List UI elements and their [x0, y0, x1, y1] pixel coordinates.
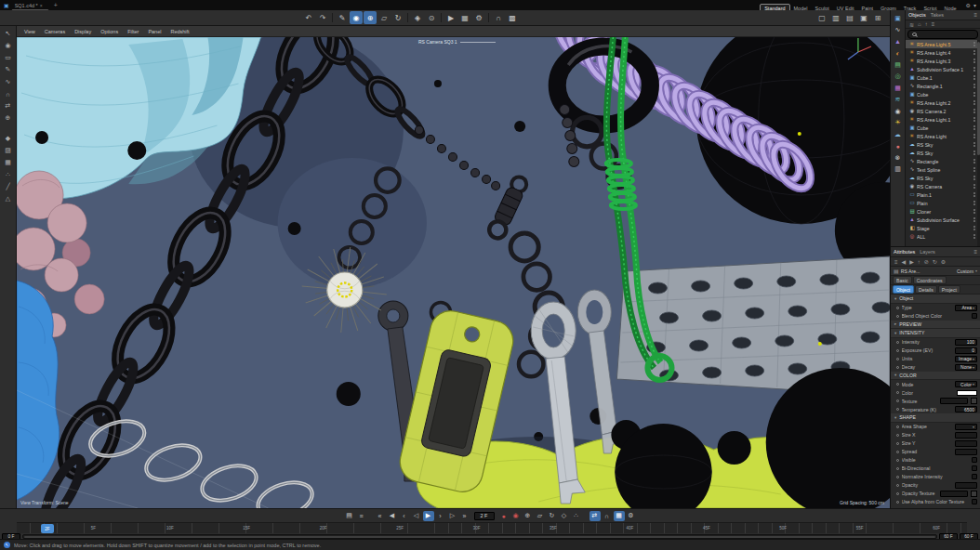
visibility-dots[interactable] — [973, 184, 975, 189]
visibility-dots[interactable] — [973, 117, 975, 122]
object-row[interactable]: ☁RS Sky — [906, 174, 980, 182]
use-alpha-from-color-texture-checkbox[interactable] — [972, 499, 977, 504]
visibility-dots[interactable] — [973, 142, 975, 147]
select-arrow-icon[interactable]: ↖ — [2, 28, 14, 39]
object-row[interactable]: ☀RS Area Light.4 — [906, 48, 980, 57]
visibility-dot[interactable] — [973, 217, 975, 219]
object-row[interactable]: ▲Subdivision Surface — [906, 216, 980, 224]
visibility-dot[interactable] — [973, 100, 975, 102]
mirror-tool-icon[interactable]: ⇄ — [2, 100, 14, 111]
visible-checkbox[interactable] — [972, 457, 977, 463]
viewport-menu-options[interactable]: Options — [100, 29, 118, 34]
visibility-dot[interactable] — [973, 153, 975, 155]
rectangle-select-icon[interactable]: ▭ — [2, 52, 14, 63]
viewport-menu-view[interactable]: View — [24, 29, 35, 34]
record-position-icon[interactable]: ⊕ — [523, 511, 534, 521]
visibility-dot[interactable] — [973, 209, 975, 211]
visibility-dots[interactable] — [973, 134, 975, 138]
texture-browse-button[interactable] — [971, 398, 977, 404]
section-intensity[interactable]: ▾INTENSITY — [891, 329, 980, 338]
viewport-menu-panel[interactable]: Panel — [148, 29, 161, 34]
object-row[interactable]: ☁RS Sky — [906, 149, 980, 157]
visibility-dot[interactable] — [973, 220, 975, 222]
viewport-layout-split-icon[interactable]: ▥ — [829, 11, 842, 24]
spread-field[interactable] — [955, 449, 977, 455]
attr-tab-basic[interactable]: Basic — [893, 276, 912, 284]
opacity-texture-field[interactable] — [940, 491, 968, 497]
node-editor-icon[interactable]: ⊗ — [893, 152, 904, 163]
next-key-icon[interactable]: ▷ — [447, 511, 458, 521]
mode-dropdown[interactable]: Color▾ — [955, 381, 977, 387]
keyframe-dot[interactable] — [896, 399, 899, 402]
render-settings-icon[interactable]: ⚙ — [472, 11, 485, 24]
normalize-intensity-checkbox[interactable] — [972, 474, 977, 479]
visibility-dot[interactable] — [973, 111, 975, 113]
material-icon[interactable]: ● — [893, 141, 904, 151]
visibility-dots[interactable] — [973, 226, 975, 230]
visibility-dots[interactable] — [973, 192, 975, 197]
visibility-dot[interactable] — [973, 229, 975, 230]
close-tab-icon[interactable]: × — [40, 3, 43, 8]
model-mode-icon[interactable]: ◆ — [2, 133, 14, 144]
visibility-dot[interactable] — [973, 159, 975, 161]
playhead[interactable]: 2F — [41, 524, 54, 533]
visibility-dot[interactable] — [973, 170, 975, 172]
visibility-dot[interactable] — [973, 145, 975, 147]
visibility-dots[interactable] — [973, 159, 975, 164]
timeline-ruler[interactable]: 2F 5F10F15F20F25F30F35F40F45F50F55F60F — [17, 522, 967, 533]
mode-menu-icon[interactable]: ≡ — [894, 259, 898, 265]
parent-icon[interactable]: ↑ — [918, 259, 920, 265]
visibility-dot[interactable] — [973, 75, 975, 77]
object-row[interactable]: ◎ALL — [906, 232, 980, 241]
blend-object-color-checkbox[interactable] — [972, 313, 977, 319]
deformer-icon[interactable]: ◐ — [893, 48, 904, 59]
section-preview[interactable]: ▸PREVIEW — [891, 321, 980, 330]
polygons-mode-icon[interactable]: △ — [2, 193, 14, 204]
spline-pen-icon[interactable]: ∿ — [893, 25, 904, 35]
visibility-dots[interactable] — [973, 151, 975, 155]
light-icon[interactable]: ☀ — [893, 118, 904, 128]
visibility-dot[interactable] — [973, 84, 975, 85]
keyframe-dot[interactable] — [896, 476, 899, 478]
tab-attributes[interactable]: Attributes — [894, 249, 915, 255]
undo-icon[interactable]: ↶ — [302, 11, 315, 24]
scale-tool-icon[interactable]: ▱ — [377, 11, 391, 24]
viewport-menu-cameras[interactable]: Cameras — [45, 29, 65, 34]
object-search-input[interactable] — [907, 30, 978, 39]
lock-icon[interactable]: ⊘ — [924, 258, 929, 265]
render-view-icon[interactable]: ▶ — [444, 11, 457, 24]
visibility-dots[interactable] — [973, 201, 975, 205]
edges-mode-icon[interactable]: ╱ — [2, 181, 14, 192]
section-color[interactable]: ▾COLOR — [891, 372, 980, 381]
size-x-field[interactable] — [955, 432, 977, 439]
texture-field[interactable] — [940, 398, 968, 404]
object-row[interactable]: ∿Text Spline — [906, 165, 980, 174]
visibility-dot[interactable] — [973, 70, 975, 72]
visibility-dots[interactable] — [973, 176, 975, 180]
keyframe-dot[interactable] — [896, 358, 899, 360]
object-row[interactable]: ☀RS Area Light.5 — [906, 40, 980, 48]
keyframe-dot[interactable] — [896, 501, 899, 504]
parent-up-icon[interactable]: ↑ — [925, 21, 928, 27]
object-row[interactable]: ▭Plain.1 — [906, 190, 980, 199]
attr-tab-project[interactable]: Project — [938, 285, 960, 294]
units-dropdown[interactable]: Image▾ — [955, 356, 977, 362]
visibility-dot[interactable] — [973, 167, 975, 169]
window-arrange-icon[interactable]: ⊞ — [871, 11, 884, 24]
workspace-settings-icon[interactable]: ⚙ — [966, 2, 971, 8]
forward-icon[interactable]: ▶ — [909, 258, 914, 265]
visibility-dot[interactable] — [973, 120, 975, 122]
decay-dropdown[interactable]: None▾ — [955, 364, 977, 371]
visibility-dots[interactable] — [973, 209, 975, 214]
bi-directional-checkbox[interactable] — [972, 465, 977, 471]
object-row[interactable]: ☀RS Area Light.2 — [906, 98, 980, 107]
snapping-icon[interactable]: ∩ — [492, 11, 505, 24]
object-row[interactable]: ∿Rectangle.1 — [906, 82, 980, 90]
document-tab[interactable]: SQ1.c4d *× — [11, 1, 49, 9]
viewport-layout-single-icon[interactable]: ▢ — [815, 11, 828, 24]
visibility-dot[interactable] — [973, 184, 975, 186]
go-to-start-icon[interactable]: « — [375, 511, 386, 521]
pen-icon[interactable]: ✎ — [2, 64, 14, 75]
visibility-dot[interactable] — [973, 95, 975, 97]
attributes-menu-icon[interactable]: ≡ — [973, 249, 977, 255]
